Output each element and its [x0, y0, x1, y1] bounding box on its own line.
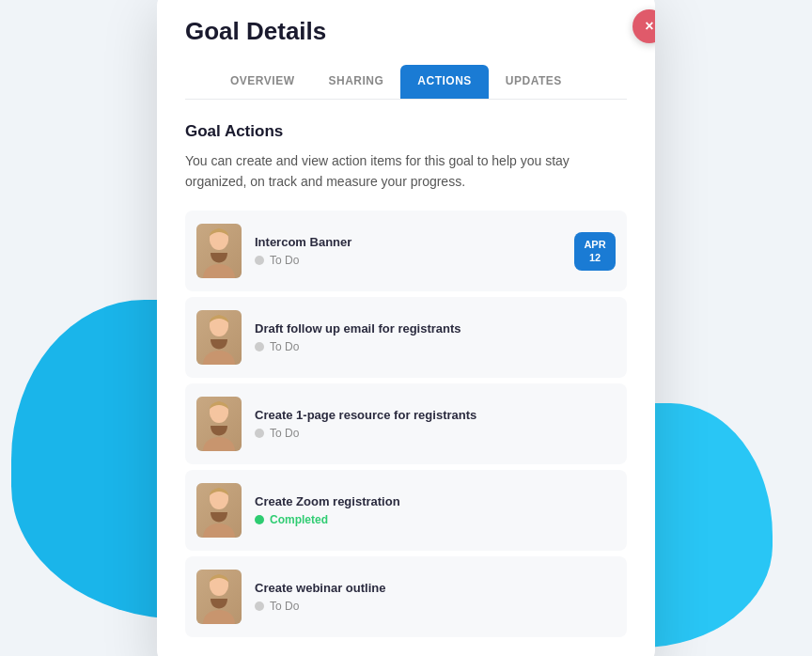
- status-label: Completed: [270, 513, 328, 526]
- modal-card: Goal Details × OVERVIEW SHARING ACTIONS …: [157, 0, 655, 656]
- scene-wrapper: Goal Details × OVERVIEW SHARING ACTIONS …: [68, 18, 744, 638]
- section-title: Goal Actions: [185, 122, 627, 141]
- action-item[interactable]: Create webinar outline To Do: [185, 556, 627, 637]
- status-label: To Do: [270, 600, 299, 613]
- action-item[interactable]: Create 1-page resource for registrants T…: [185, 383, 627, 464]
- status-dot: [255, 342, 264, 351]
- action-content: Intercom Banner To Do: [255, 235, 561, 267]
- action-item[interactable]: Intercom Banner To Do APR 12: [185, 211, 627, 291]
- avatar: [196, 570, 242, 624]
- modal-header: Goal Details × OVERVIEW SHARING ACTIONS …: [157, 0, 655, 100]
- status-dot: [255, 256, 264, 265]
- tab-actions[interactable]: ACTIONS: [400, 65, 489, 99]
- date-day: 12: [584, 251, 606, 264]
- action-content: Draft follow up email for registrants To…: [255, 321, 616, 353]
- action-content: Create webinar outline To Do: [255, 581, 616, 613]
- action-item[interactable]: Create Zoom registration Completed: [185, 470, 627, 551]
- action-name: Create Zoom registration: [255, 494, 616, 508]
- action-status: To Do: [255, 427, 616, 440]
- tab-overview[interactable]: OVERVIEW: [213, 65, 311, 99]
- avatar: [196, 483, 242, 538]
- tabs-bar: OVERVIEW SHARING ACTIONS UPDATES: [185, 65, 627, 100]
- action-list: Intercom Banner To Do APR 12: [185, 211, 627, 643]
- status-dot: [255, 429, 264, 438]
- date-month: APR: [584, 238, 606, 251]
- action-status: To Do: [255, 340, 616, 353]
- status-label: To Do: [270, 427, 299, 440]
- tab-updates[interactable]: UPDATES: [489, 65, 579, 99]
- modal-body: Goal Actions You can create and view act…: [157, 100, 655, 656]
- status-label: To Do: [270, 340, 299, 353]
- action-content: Create Zoom registration Completed: [255, 494, 616, 526]
- action-name: Draft follow up email for registrants: [255, 321, 616, 336]
- action-status: Completed: [255, 513, 616, 526]
- tab-sharing[interactable]: SHARING: [311, 65, 400, 99]
- action-status: To Do: [255, 254, 561, 267]
- action-name: Create 1-page resource for registrants: [255, 408, 616, 422]
- section-description: You can create and view action items for…: [185, 150, 627, 193]
- avatar: [196, 224, 242, 278]
- status-label: To Do: [270, 254, 299, 267]
- avatar: [196, 397, 242, 451]
- status-dot: [255, 601, 264, 611]
- action-item[interactable]: Draft follow up email for registrants To…: [185, 297, 627, 378]
- action-status: To Do: [255, 600, 616, 613]
- modal-title: Goal Details: [185, 17, 627, 46]
- action-content: Create 1-page resource for registrants T…: [255, 408, 616, 440]
- close-button[interactable]: ×: [632, 9, 655, 43]
- status-dot-completed: [255, 515, 264, 524]
- avatar: [196, 310, 242, 365]
- action-name: Create webinar outline: [255, 581, 616, 595]
- date-badge: APR 12: [574, 232, 616, 271]
- action-name: Intercom Banner: [255, 235, 561, 249]
